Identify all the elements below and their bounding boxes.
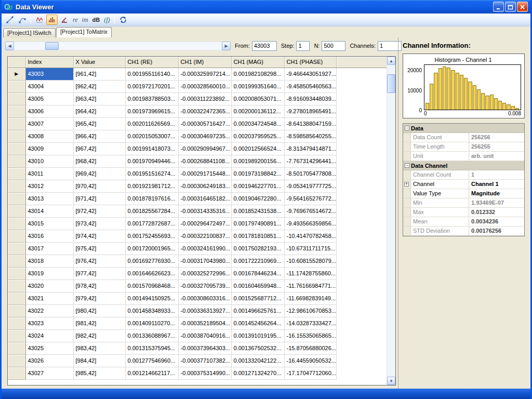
row-header[interactable] bbox=[8, 130, 25, 142]
table-cell[interactable]: 0.001525687712... bbox=[231, 292, 284, 304]
table-cell[interactable]: 43026 bbox=[25, 354, 73, 367]
table-cell[interactable]: -17.17047712060... bbox=[284, 367, 336, 379]
table-cell[interactable]: [978,42] bbox=[73, 280, 125, 292]
table-cell[interactable]: [973,42] bbox=[73, 217, 125, 230]
table-cell[interactable]: 0.001973198842... bbox=[231, 167, 284, 180]
table-cell[interactable]: 43013 bbox=[25, 192, 73, 205]
tab-project1-tomatrix[interactable]: [Project1] ToMatrix bbox=[56, 27, 112, 37]
waveform-plot-button[interactable] bbox=[34, 15, 45, 25]
table-cell[interactable]: 43017 bbox=[25, 242, 73, 255]
table-cell[interactable]: -0.000317043980... bbox=[178, 255, 231, 267]
table-cell[interactable]: -10.41470782458... bbox=[284, 230, 336, 242]
table-cell[interactable]: 0.001494150925... bbox=[125, 292, 178, 304]
row-header[interactable] bbox=[8, 180, 25, 192]
table-cell[interactable]: -8.916093448039... bbox=[284, 92, 336, 105]
histogram-plot-button[interactable] bbox=[46, 15, 58, 25]
table-cell[interactable]: -10.67311711715... bbox=[284, 242, 336, 255]
table-cell[interactable]: 0.001722210969... bbox=[231, 255, 284, 267]
table-cell[interactable]: 0.002037959525... bbox=[231, 130, 284, 142]
row-header[interactable] bbox=[8, 367, 25, 379]
property-row[interactable]: Mean0.0034236 bbox=[403, 217, 524, 227]
table-cell[interactable]: -0.000322100837... bbox=[178, 230, 231, 242]
row-header[interactable] bbox=[8, 142, 25, 155]
table-cell[interactable]: -0.000316465182... bbox=[178, 192, 231, 205]
table-cell[interactable]: 43023 bbox=[25, 317, 73, 329]
table-cell[interactable]: [964,42] bbox=[73, 105, 125, 117]
table-cell[interactable]: -9.493566359856... bbox=[284, 217, 336, 230]
column-header[interactable]: CH1 (MAG) bbox=[231, 57, 284, 68]
table-cell[interactable]: 0.001277546960... bbox=[125, 354, 178, 367]
property-row[interactable]: Channel Count1 bbox=[403, 170, 524, 180]
property-row[interactable]: Max0.012332 bbox=[403, 208, 524, 217]
n-input[interactable] bbox=[322, 41, 345, 51]
table-cell[interactable]: 0.001750282193... bbox=[231, 242, 284, 255]
real-part-button[interactable]: re bbox=[71, 15, 79, 25]
table-cell[interactable]: 43012 bbox=[25, 180, 73, 192]
table-cell[interactable]: [985,42] bbox=[73, 367, 125, 379]
table-cell[interactable]: 0.001452456264... bbox=[231, 317, 284, 329]
title-bar[interactable]: Data Viewer bbox=[2, 0, 530, 14]
tab-project1-iswitch[interactable]: [Project1] ISwitch bbox=[3, 28, 56, 37]
table-cell[interactable]: 43022 bbox=[25, 304, 73, 317]
line-segment-tool-button[interactable] bbox=[4, 15, 16, 25]
table-cell[interactable]: -0.000336313927... bbox=[178, 304, 231, 317]
scroll-down-button[interactable]: ▼ bbox=[387, 377, 395, 385]
table-cell[interactable]: 0.001921981712... bbox=[125, 180, 178, 192]
table-cell[interactable]: -0.000377107382... bbox=[178, 354, 231, 367]
table-cell[interactable]: 43007 bbox=[25, 117, 73, 130]
table-cell[interactable]: 43025 bbox=[25, 342, 73, 354]
table-cell[interactable]: -0.000327095739... bbox=[178, 280, 231, 292]
table-cell[interactable]: 0.001332042122... bbox=[231, 354, 284, 367]
table-cell[interactable]: 43024 bbox=[25, 329, 73, 342]
table-cell[interactable]: -9.458505460563... bbox=[284, 80, 336, 92]
table-cell[interactable]: -0.000352189504... bbox=[178, 317, 231, 329]
collapse-icon[interactable]: - bbox=[405, 163, 409, 168]
table-cell[interactable]: 0.001797490891... bbox=[231, 217, 284, 230]
row-header[interactable] bbox=[8, 230, 25, 242]
vertical-scrollbar-track[interactable] bbox=[387, 65, 395, 377]
property-row[interactable]: Min1.93469E-07 bbox=[403, 198, 524, 208]
row-header[interactable] bbox=[8, 329, 25, 342]
table-cell[interactable]: 0.001409110270... bbox=[125, 317, 178, 329]
table-cell[interactable]: 0.001878197616... bbox=[125, 192, 178, 205]
table-cell[interactable]: 43027 bbox=[25, 367, 73, 379]
table-cell[interactable]: 0.001972170201... bbox=[125, 80, 178, 92]
scrollbar-track[interactable] bbox=[14, 42, 222, 50]
table-cell[interactable]: [966,42] bbox=[73, 130, 125, 142]
vertical-scrollbar[interactable]: ▲ ▼ bbox=[387, 57, 395, 385]
function-button[interactable]: (f) bbox=[102, 15, 111, 25]
table-cell[interactable]: -11.66982839149... bbox=[284, 292, 336, 304]
table-cell[interactable]: -15.87056880026... bbox=[284, 342, 336, 354]
table-cell[interactable]: -9.278018965491... bbox=[284, 105, 336, 117]
table-cell[interactable]: [963,42] bbox=[73, 92, 125, 105]
column-header[interactable]: CH1 (PHASE) bbox=[284, 57, 336, 68]
table-cell[interactable]: -0.000311223892... bbox=[178, 92, 231, 105]
table-cell[interactable]: [961,42] bbox=[73, 68, 125, 80]
table-cell[interactable]: 0.001955116140... bbox=[125, 68, 178, 80]
row-header[interactable] bbox=[8, 205, 25, 217]
table-cell[interactable]: -0.000305716427... bbox=[178, 117, 231, 130]
table-cell[interactable]: 0.002000136112... bbox=[231, 105, 284, 117]
table-cell[interactable]: 43016 bbox=[25, 230, 73, 242]
table-cell[interactable]: -0.000324161990... bbox=[178, 242, 231, 255]
table-cell[interactable]: 0.001852431538... bbox=[231, 205, 284, 217]
table-cell[interactable]: 0.001772872687... bbox=[125, 217, 178, 230]
table-cell[interactable]: -0.000306249183... bbox=[178, 180, 231, 192]
table-cell[interactable]: [980,42] bbox=[73, 304, 125, 317]
row-header[interactable] bbox=[8, 280, 25, 292]
column-header[interactable]: CH1 (RE) bbox=[125, 57, 178, 68]
table-cell[interactable]: 0.001458348933... bbox=[125, 304, 178, 317]
table-cell[interactable]: 0.001970949446... bbox=[125, 155, 178, 167]
table-cell[interactable]: 0.001991418073... bbox=[125, 142, 178, 155]
table-cell[interactable]: 43005 bbox=[25, 92, 73, 105]
table-cell[interactable]: 0.001781810851... bbox=[231, 230, 284, 242]
table-cell[interactable]: -0.000373964303... bbox=[178, 342, 231, 354]
position-scrollbar[interactable]: ◀ ▶ bbox=[5, 42, 231, 50]
table-cell[interactable]: -16.15535065865... bbox=[284, 329, 336, 342]
table-cell[interactable]: 0.001989200156... bbox=[231, 155, 284, 167]
table-cell[interactable]: [982,42] bbox=[73, 329, 125, 342]
curve-tool-button[interactable] bbox=[17, 15, 28, 25]
table-cell[interactable]: 0.001336088967... bbox=[125, 329, 178, 342]
from-input[interactable] bbox=[252, 41, 277, 51]
table-cell[interactable]: 0.002012566524... bbox=[231, 142, 284, 155]
